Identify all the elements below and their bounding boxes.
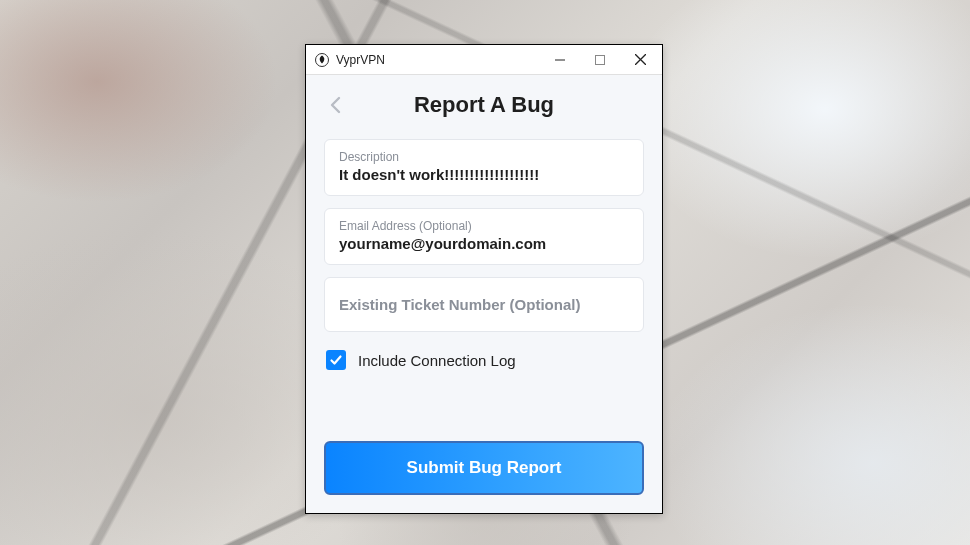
close-button[interactable] xyxy=(620,46,660,74)
description-field-container[interactable]: Description xyxy=(324,139,644,196)
back-button[interactable] xyxy=(322,91,350,119)
form-content: Description Email Address (Optional) Inc… xyxy=(306,135,662,370)
description-input[interactable] xyxy=(339,166,629,183)
page-title: Report A Bug xyxy=(322,92,646,118)
window-title: VyprVPN xyxy=(336,53,540,67)
email-label: Email Address (Optional) xyxy=(339,219,629,233)
page-header: Report A Bug xyxy=(306,75,662,135)
submit-button-label: Submit Bug Report xyxy=(407,458,562,478)
email-field-container[interactable]: Email Address (Optional) xyxy=(324,208,644,265)
submit-button[interactable]: Submit Bug Report xyxy=(324,441,644,495)
svg-rect-2 xyxy=(596,55,605,64)
checkmark-icon xyxy=(329,353,343,367)
include-log-checkbox[interactable] xyxy=(326,350,346,370)
description-label: Description xyxy=(339,150,629,164)
ticket-input[interactable] xyxy=(339,296,629,313)
maximize-button[interactable] xyxy=(580,46,620,74)
include-log-label: Include Connection Log xyxy=(358,352,516,369)
ticket-field-container[interactable] xyxy=(324,277,644,332)
minimize-button[interactable] xyxy=(540,46,580,74)
titlebar: VyprVPN xyxy=(306,45,662,75)
app-icon xyxy=(314,52,330,68)
email-input[interactable] xyxy=(339,235,629,252)
include-log-row: Include Connection Log xyxy=(324,344,644,370)
app-window: VyprVPN Report A Bug Description Email A… xyxy=(305,44,663,514)
